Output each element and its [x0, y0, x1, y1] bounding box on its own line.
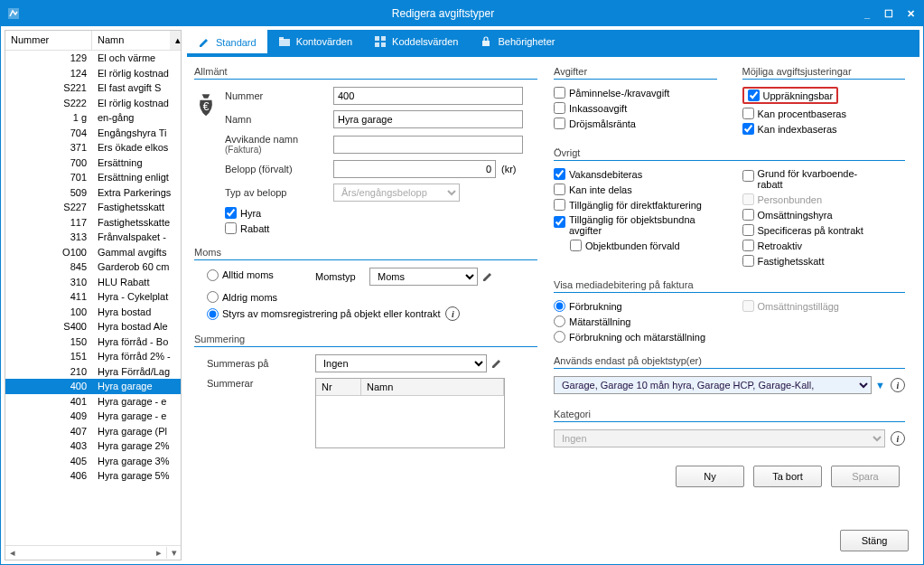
list-header-number[interactable]: Nummer — [5, 31, 92, 50]
info-anvands-icon[interactable]: i — [891, 378, 905, 392]
svg-rect-1 — [279, 39, 290, 46]
ovrigt-legend: Övrigt — [554, 147, 905, 161]
list-item[interactable]: 313Frånvalspaket - — [5, 230, 181, 245]
retro-checkbox[interactable] — [742, 240, 754, 251]
vakans-checkbox[interactable] — [554, 168, 565, 180]
info-kategori-icon[interactable]: i — [891, 431, 905, 446]
list-item[interactable]: S222El rörlig kostnad — [5, 96, 181, 111]
list-item[interactable]: 129El och värme — [5, 51, 181, 66]
edit-momstyp-icon[interactable] — [481, 270, 494, 283]
content-area: Nummer Namn ▴ 129El och värme124El rörli… — [1, 26, 923, 564]
stang-button[interactable]: Stäng — [840, 530, 909, 551]
list-item[interactable]: 403Hyra garage 2% — [5, 438, 181, 454]
list-item[interactable]: 124El rörlig kostnad — [5, 66, 181, 81]
scroll-down-icon[interactable]: ▾ — [166, 547, 181, 559]
edit-icon — [198, 36, 210, 49]
edit-summeras-icon[interactable] — [490, 357, 503, 370]
list-hscroll[interactable]: ◂ ▸ ▾ — [5, 545, 181, 560]
info-moms-icon[interactable]: i — [445, 306, 460, 321]
objektstyp-select[interactable]: Garage, Garage 10 mån hyra, Garage HCP, … — [554, 376, 872, 394]
scroll-left-icon[interactable]: ◂ — [5, 547, 20, 559]
grund-checkbox[interactable] — [742, 170, 754, 182]
list-scroll-up[interactable]: ▴ — [170, 31, 181, 50]
index-checkbox[interactable] — [742, 123, 754, 135]
minimize-button[interactable]: _ — [860, 6, 874, 21]
list-item[interactable]: 117Fastighetsskatte — [5, 215, 181, 231]
list-item[interactable]: 1 gen-gång — [5, 110, 181, 126]
inkasso-checkbox[interactable] — [554, 102, 565, 114]
list-item[interactable]: 405Hyra garage 3% — [5, 454, 181, 469]
matarstallning-radio[interactable] — [554, 315, 565, 327]
both-radio[interactable] — [554, 331, 565, 343]
upprakningsbar-checkbox[interactable] — [748, 89, 760, 101]
list-header: Nummer Namn ▴ — [5, 31, 181, 51]
direkt-checkbox[interactable] — [554, 199, 565, 211]
ny-button[interactable]: Ny — [676, 466, 744, 487]
tab-behorigheter[interactable]: Behörigheter — [469, 30, 565, 53]
list-item[interactable]: 151Hyra förråd 2% - — [5, 349, 181, 364]
list-body[interactable]: 129El och värme124El rörlig kostnadS221E… — [5, 51, 181, 545]
drojsmal-checkbox[interactable] — [554, 118, 565, 129]
list-item[interactable]: 406Hyra garage 5% — [5, 468, 181, 484]
spara-button: Spara — [831, 466, 900, 487]
namn-input[interactable] — [333, 110, 523, 128]
list-header-name[interactable]: Namn — [92, 31, 170, 50]
list-item[interactable]: 409Hyra garage - e — [5, 409, 181, 424]
tabort-button[interactable]: Ta bort — [753, 466, 822, 487]
paminnelse-checkbox[interactable] — [554, 87, 565, 99]
list-item[interactable]: 704Engångshyra Ti — [5, 126, 181, 141]
hyra-checkbox[interactable] — [225, 207, 237, 219]
list-item[interactable]: O100Gammal avgifts — [5, 245, 181, 260]
close-button[interactable]: ✕ — [903, 6, 918, 21]
avvikande-input[interactable] — [333, 136, 523, 154]
objforvald-checkbox[interactable] — [570, 240, 582, 251]
list-item[interactable]: 310HLU Rabatt — [5, 275, 181, 290]
maximize-button[interactable]: ☐ — [882, 6, 896, 21]
summeras-select[interactable]: Ingen — [315, 354, 487, 372]
aldrig-moms-radio[interactable] — [207, 291, 219, 303]
list-item[interactable]: 845Garderob 60 cm — [5, 259, 181, 275]
momstyp-select[interactable]: Moms — [369, 268, 478, 286]
list-item[interactable]: 400Hyra garage — [5, 379, 181, 394]
tab-kontovarden[interactable]: Kontovärden — [267, 30, 363, 53]
spec-checkbox[interactable] — [742, 224, 754, 236]
omstillagg-checkbox — [742, 300, 754, 312]
summerar-hdr-nr: Nr — [316, 379, 361, 395]
nummer-label: Nummer — [225, 90, 333, 101]
fskatt-checkbox[interactable] — [742, 255, 754, 267]
list-item[interactable]: 371Ers ökade elkos — [5, 140, 181, 155]
list-item[interactable]: 401Hyra garage - e — [5, 394, 181, 410]
list-item[interactable]: 100Hyra bostad — [5, 305, 181, 320]
list-item[interactable]: 210Hyra Förråd/Lag — [5, 364, 181, 380]
objbundna-checkbox[interactable] — [554, 216, 565, 228]
summerar-table[interactable]: Nr Namn — [315, 378, 505, 448]
forbrukning-radio[interactable] — [554, 300, 565, 312]
svg-rect-5 — [375, 42, 379, 47]
kaninte-checkbox[interactable] — [554, 184, 565, 195]
tab-koddelsvarden[interactable]: Koddelsvärden — [363, 30, 469, 53]
procent-checkbox[interactable] — [742, 108, 754, 119]
nummer-input[interactable] — [333, 87, 523, 105]
summeras-label: Summeras på — [207, 358, 315, 369]
list-item[interactable]: 701Ersättning enligt — [5, 170, 181, 185]
svg-rect-3 — [375, 36, 379, 41]
list-item[interactable]: 407Hyra garage (Pl — [5, 424, 181, 439]
alltid-moms-radio[interactable] — [207, 269, 219, 281]
list-item[interactable]: 150Hyra förråd - Bo — [5, 334, 181, 350]
kategori-select: Ingen — [554, 429, 885, 447]
list-item[interactable]: S400Hyra bostad Ale — [5, 319, 181, 334]
dropdown-icon[interactable]: ▼ — [875, 380, 885, 391]
avvikande-label: Avvikande namn (Faktura) — [225, 134, 333, 155]
rabatt-checkbox[interactable] — [225, 222, 237, 234]
list-item[interactable]: 700Ersättning — [5, 155, 181, 171]
detail-panel: Standard Kontovärden Koddelsvärden Behör… — [187, 30, 919, 560]
list-item[interactable]: 411Hyra - Cykelplat — [5, 289, 181, 305]
list-item[interactable]: S227Fastighetsskatt — [5, 200, 181, 215]
list-item[interactable]: 509Extra Parkerings — [5, 185, 181, 201]
styrs-moms-radio[interactable] — [207, 308, 219, 320]
list-item[interactable]: S221El fast avgift S — [5, 80, 181, 96]
scroll-right-icon[interactable]: ▸ — [152, 547, 166, 559]
belopp-input[interactable] — [333, 160, 496, 178]
tab-standard[interactable]: Standard — [187, 30, 267, 53]
omshyra-checkbox[interactable] — [742, 209, 754, 221]
